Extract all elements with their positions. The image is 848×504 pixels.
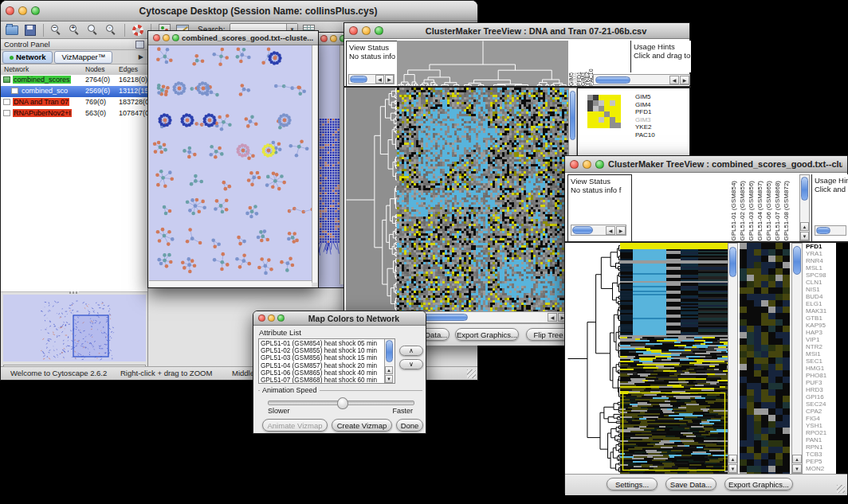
detail-hscrollbar[interactable] bbox=[593, 74, 690, 85]
close-icon[interactable] bbox=[320, 35, 328, 42]
more-tabs-icon[interactable]: ▶ bbox=[139, 53, 146, 61]
minimize-icon[interactable] bbox=[18, 6, 27, 15]
scroll-left-icon[interactable] bbox=[606, 226, 615, 235]
heatmap-vscrollbar[interactable] bbox=[728, 243, 738, 474]
zoom-in-button[interactable] bbox=[67, 23, 83, 37]
done-button[interactable]: Done bbox=[396, 419, 423, 432]
matrix-cell bbox=[593, 117, 599, 123]
zoom-out-button[interactable] bbox=[49, 23, 65, 37]
treeview1-titlebar[interactable]: ClusterMaker TreeView : DNA and Tran 07-… bbox=[344, 23, 689, 39]
row-dendrogram-canvas[interactable] bbox=[567, 243, 620, 474]
slider-thumb[interactable] bbox=[337, 397, 348, 409]
minimize-icon[interactable] bbox=[362, 26, 371, 35]
scroll-down-icon[interactable] bbox=[800, 232, 809, 240]
gene-label: NIS1 bbox=[806, 286, 836, 293]
attribute-list-item[interactable]: GPL51-02 (GSM855) heat shock 10 min bbox=[261, 347, 384, 354]
help-button[interactable] bbox=[130, 23, 146, 37]
treeview2-titlebar[interactable]: ClusterMaker TreeView : combined_scores_… bbox=[565, 156, 847, 173]
scroll-right-icon[interactable] bbox=[680, 76, 689, 84]
row-dendrogram-canvas[interactable] bbox=[346, 88, 397, 311]
network-name: DNA and Tran 07 bbox=[13, 98, 69, 106]
RNAPuberNov2+I[interactable]: RNAPuberNov2+I 563(0) 107847(0) bbox=[1, 108, 147, 119]
network-canvas[interactable] bbox=[149, 45, 313, 281]
zoom-fit-button[interactable] bbox=[104, 23, 120, 37]
scroll-up-icon[interactable] bbox=[728, 455, 737, 463]
scroll-up-icon[interactable] bbox=[800, 222, 809, 231]
main-titlebar[interactable]: Cytoscape Desktop (Session Name: collins… bbox=[1, 1, 477, 21]
save-session-button[interactable] bbox=[22, 23, 38, 37]
minimize-icon[interactable] bbox=[330, 35, 337, 42]
network-hscrollbar[interactable] bbox=[149, 280, 312, 287]
network-titlebar[interactable]: combined_scores_good.txt--cluste... bbox=[148, 31, 318, 45]
network2-canvas[interactable] bbox=[316, 45, 342, 284]
scroll-left-icon[interactable] bbox=[375, 75, 384, 84]
zoom-window-icon[interactable] bbox=[595, 160, 604, 169]
export-graphics-button[interactable]: Export Graphics... bbox=[455, 328, 519, 341]
list-vscrollbar[interactable] bbox=[384, 339, 395, 383]
matrix-cell bbox=[615, 117, 621, 123]
hints-hscrollbar[interactable] bbox=[815, 225, 846, 236]
attribute-list-item[interactable]: GPL51-06 (GSM865) heat shock 40 min bbox=[261, 369, 384, 377]
resize-grip[interactable] bbox=[837, 485, 845, 493]
combined_sco[interactable]: combined_sco 2569(6) 13112(15) bbox=[1, 86, 147, 97]
correlation-matrix[interactable] bbox=[587, 95, 621, 128]
move-up-button[interactable]: ∧ bbox=[399, 346, 423, 356]
detail-heatmap-canvas[interactable] bbox=[740, 243, 790, 474]
gene-label: CLN1 bbox=[806, 279, 836, 286]
scroll-left-icon[interactable] bbox=[669, 76, 679, 84]
splitter-grip[interactable] bbox=[69, 291, 79, 294]
close-icon[interactable] bbox=[153, 34, 160, 41]
create-vizmap-button[interactable]: Create Vizmap bbox=[332, 419, 392, 432]
column-dendrogram-canvas[interactable] bbox=[397, 41, 568, 86]
heatmap-canvas[interactable] bbox=[397, 88, 568, 311]
network-vscrollbar[interactable] bbox=[312, 45, 317, 283]
animation-speed-slider[interactable] bbox=[268, 400, 414, 405]
status-hscrollbar[interactable] bbox=[348, 74, 395, 84]
labels-vscrollbar[interactable] bbox=[799, 174, 810, 241]
heatmap-canvas[interactable] bbox=[620, 243, 728, 474]
scroll-down-icon[interactable] bbox=[385, 375, 393, 383]
network2-titlebar[interactable] bbox=[316, 33, 344, 45]
move-down-button[interactable]: ∨ bbox=[399, 359, 423, 369]
close-icon[interactable] bbox=[349, 26, 358, 35]
status-hscrollbar[interactable] bbox=[571, 225, 626, 236]
scroll-down-icon[interactable] bbox=[792, 464, 802, 473]
attribute-list-item[interactable]: GPL51-07 (GSM868) heat shock 60 min bbox=[261, 377, 384, 384]
gene-label: ELG1 bbox=[806, 300, 836, 307]
gene-label: FIG4 bbox=[806, 415, 836, 422]
minimize-icon[interactable] bbox=[163, 34, 170, 41]
close-icon[interactable] bbox=[6, 6, 14, 15]
scroll-up-icon[interactable] bbox=[792, 455, 802, 463]
scroll-left-icon[interactable] bbox=[548, 313, 557, 322]
zoom-window-icon[interactable] bbox=[375, 26, 383, 35]
scroll-down-icon[interactable] bbox=[728, 464, 737, 473]
settings-button[interactable]: Settings... bbox=[607, 478, 658, 490]
close-icon[interactable] bbox=[570, 160, 579, 169]
save-data-button[interactable]: Save Data... bbox=[665, 478, 716, 490]
attribute-list-item[interactable]: GPL51-04 (GSM857) heat shock 20 min bbox=[261, 362, 384, 369]
animate-vizmap-button[interactable]: Animate Vizmap bbox=[262, 419, 328, 432]
close-icon[interactable] bbox=[258, 315, 265, 322]
zoom-window-icon[interactable] bbox=[277, 315, 285, 322]
export-graphics-button[interactable]: Export Graphics... bbox=[724, 478, 793, 490]
scroll-up-icon[interactable] bbox=[385, 366, 393, 374]
scroll-right-icon[interactable] bbox=[385, 75, 394, 84]
zoom-window-icon[interactable] bbox=[31, 6, 40, 15]
dialog-titlebar[interactable]: Map Colors to Network bbox=[253, 311, 426, 326]
open-session-button[interactable] bbox=[4, 23, 20, 37]
zoom-window-icon[interactable] bbox=[172, 34, 179, 41]
tab-network[interactable]: Network bbox=[2, 51, 53, 64]
attribute-list-item[interactable]: GPL51-01 (GSM854) heat shock 05 min bbox=[261, 340, 384, 347]
zoom-actual-button[interactable] bbox=[85, 23, 101, 37]
combined_scores[interactable]: combined_scores 2764(0) 16218(0) bbox=[1, 75, 147, 86]
attribute-list-item[interactable]: GPL51-03 (GSM856) heat shock 15 min bbox=[261, 354, 384, 361]
minimize-icon[interactable] bbox=[583, 160, 591, 169]
resize-grip[interactable] bbox=[467, 369, 476, 378]
minimize-icon[interactable] bbox=[268, 315, 275, 322]
tab-vizmapper[interactable]: VizMapper™ bbox=[54, 51, 112, 64]
DNA and Tran 07[interactable]: DNA and Tran 07 769(0) 183728(0) bbox=[1, 97, 147, 108]
detail-vscrollbar[interactable] bbox=[791, 243, 803, 474]
scroll-right-icon[interactable] bbox=[616, 226, 626, 235]
network-overview-canvas[interactable] bbox=[3, 295, 146, 361]
float-panel-icon[interactable] bbox=[135, 41, 144, 49]
